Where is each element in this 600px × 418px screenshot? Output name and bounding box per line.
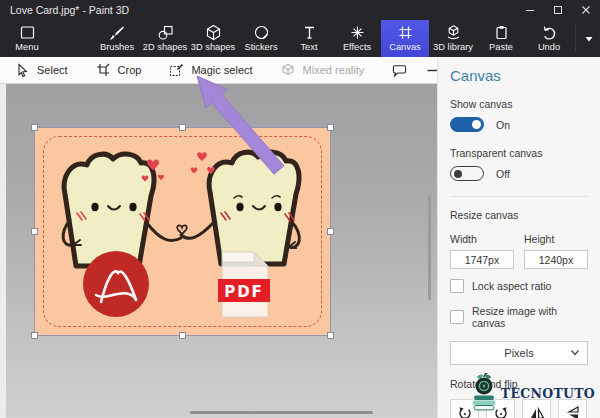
selection-handle-bottom-middle[interactable]	[179, 332, 186, 339]
ribbon-right-group: Paste Undo	[477, 20, 600, 57]
tab-menu[interactable]: Menu	[0, 20, 51, 57]
window-title: Love Card.jpg* - Paint 3D	[0, 4, 516, 16]
tab-3d-shapes[interactable]: 3D shapes	[189, 20, 237, 57]
title-bar: Love Card.jpg* - Paint 3D	[0, 0, 600, 20]
canvas-workspace[interactable]: PDF	[0, 84, 437, 418]
menu-icon	[19, 24, 36, 41]
dropdown-caret-icon	[584, 35, 594, 43]
canvas-panel: Canvas Show canvas On Transparent canvas…	[437, 57, 600, 418]
crop-button[interactable]: Crop	[95, 62, 142, 78]
pdf-file-icon: PDF	[218, 252, 270, 317]
toast-character-left	[63, 154, 181, 266]
crop-icon	[95, 62, 111, 78]
tab-canvas[interactable]: Canvas	[381, 20, 429, 57]
selection-handle-top-right[interactable]	[327, 124, 334, 131]
vertical-scrollbar[interactable]	[428, 195, 431, 300]
workspace-left-gutter	[0, 84, 6, 418]
tab-2d-shapes[interactable]: 2D shapes	[141, 20, 189, 57]
more-tools-dropdown-button[interactable]	[578, 20, 600, 57]
selection-handle-middle-left[interactable]	[31, 228, 38, 235]
close-icon	[581, 5, 591, 15]
maximize-icon	[553, 5, 563, 15]
lock-aspect-checkbox[interactable]	[450, 279, 464, 293]
magic-select-icon	[168, 62, 184, 78]
units-value: Pixels	[504, 347, 533, 359]
show-canvas-state: On	[496, 119, 510, 131]
width-label: Width	[450, 233, 514, 245]
minimize-icon	[525, 5, 535, 15]
love-card-artwork: PDF	[35, 128, 330, 335]
2d-shapes-icon	[157, 24, 174, 41]
stickers-icon	[253, 24, 270, 41]
speech-bubble-icon[interactable]	[391, 62, 408, 79]
minimize-button[interactable]	[516, 0, 544, 20]
magic-select-button[interactable]: Magic select	[168, 62, 252, 78]
3d-shapes-icon	[205, 24, 222, 41]
paste-icon	[493, 24, 510, 41]
selection-handle-middle-right[interactable]	[327, 228, 334, 235]
horizontal-scrollbar[interactable]	[190, 411, 373, 414]
canvas-image[interactable]: PDF	[35, 128, 330, 335]
mixed-reality-icon	[280, 62, 296, 78]
effects-icon	[349, 24, 366, 41]
tab-3d-library[interactable]: 3D library	[429, 20, 477, 57]
selection-handle-bottom-right[interactable]	[327, 332, 334, 339]
tab-brushes[interactable]: Brushes	[93, 20, 141, 57]
chevron-down-icon	[570, 349, 580, 356]
height-label: Height	[524, 233, 588, 245]
transparent-canvas-toggle[interactable]	[450, 166, 484, 181]
tab-text[interactable]: Text	[285, 20, 333, 57]
select-button[interactable]: Select	[14, 62, 68, 78]
transparent-canvas-label: Transparent canvas	[450, 147, 588, 159]
show-canvas-label: Show canvas	[450, 98, 588, 110]
height-field[interactable]	[524, 250, 588, 269]
width-field[interactable]	[450, 250, 514, 269]
select-cursor-icon	[14, 62, 30, 78]
undo-icon	[541, 24, 558, 41]
maximize-button[interactable]	[544, 0, 572, 20]
brushes-icon	[109, 24, 126, 41]
resize-with-canvas-label: Resize image with canvas	[472, 305, 588, 329]
close-button[interactable]	[572, 0, 600, 20]
watermark: TECNOTUTO	[471, 373, 595, 413]
text-icon	[301, 24, 318, 41]
tecnotuto-logo-icon	[471, 373, 497, 413]
lock-aspect-label: Lock aspect ratio	[472, 280, 551, 292]
show-canvas-toggle[interactable]	[450, 117, 484, 132]
workspace: Select Crop Magic select Mixed reality	[0, 57, 437, 418]
panel-divider	[450, 196, 588, 197]
transparent-canvas-state: Off	[496, 168, 510, 180]
selection-toolbar: Select Crop Magic select Mixed reality	[0, 57, 437, 84]
selection-handle-top-left[interactable]	[31, 124, 38, 131]
ribbon-toolbar: Menu Brushes 2D shapes 3D shapes Sticker…	[0, 20, 600, 57]
units-dropdown[interactable]: Pixels	[450, 341, 588, 365]
adobe-acrobat-icon	[83, 251, 149, 317]
selection-handle-top-middle[interactable]	[179, 124, 186, 131]
resize-canvas-label: Resize canvas	[450, 209, 588, 221]
toggle-knob	[472, 120, 481, 129]
undo-button[interactable]: Undo	[525, 20, 573, 57]
paste-button[interactable]: Paste	[477, 20, 525, 57]
ribbon-separator	[575, 25, 576, 52]
paint3d-window: Love Card.jpg* - Paint 3D Menu Brushes 2…	[0, 0, 600, 418]
watermark-text: TECNOTUTO	[501, 386, 595, 401]
panel-title: Canvas	[450, 67, 588, 84]
canvas-icon	[397, 24, 414, 41]
tab-effects[interactable]: Effects	[333, 20, 381, 57]
selection-handle-bottom-left[interactable]	[31, 332, 38, 339]
mixed-reality-button[interactable]: Mixed reality	[280, 62, 365, 78]
toggle-knob	[454, 170, 462, 178]
pdf-label: PDF	[224, 283, 264, 301]
tab-stickers[interactable]: Stickers	[237, 20, 285, 57]
hands-heart	[177, 225, 187, 234]
toast-character-right	[181, 152, 299, 264]
resize-with-canvas-checkbox[interactable]	[450, 310, 464, 324]
3d-library-icon	[445, 24, 462, 41]
